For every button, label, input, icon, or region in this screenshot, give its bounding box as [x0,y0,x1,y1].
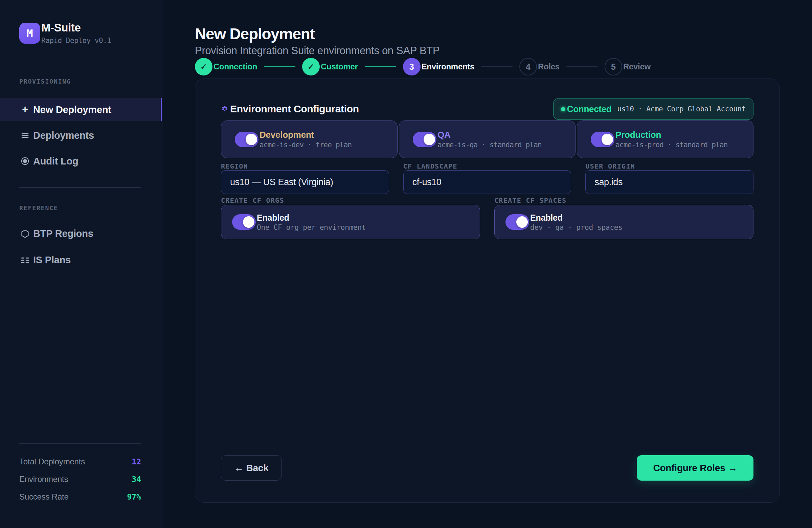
env-text: Development acme-is-dev · free plan [260,130,351,149]
environment-configuration-panel: Environment Configuration Connected us10… [195,79,780,503]
step-circle-number: 5 [605,58,622,75]
connection-status-badge: Connected us10 · Acme Corp Global Accoun… [553,98,753,120]
step-circle-number: 4 [519,58,537,75]
sidebar-item-label: IS Plans [33,255,71,266]
env-text: QA acme-is-qa · standard plan [437,130,542,149]
section-label-reference: REFERENCE [19,204,162,212]
env-text: Production acme-is-prod · standard plan [615,130,728,149]
field-label: REGION [221,162,389,169]
create-cf-spaces-toggle[interactable] [506,214,529,230]
step-label: Review [623,62,651,71]
field-label: USER ORIGIN [585,162,753,169]
option-create-cf-spaces: CREATE CF SPACES Enabled dev · qa · prod… [494,196,753,239]
toggle-knob [516,216,528,228]
toggle-knob [601,134,613,145]
main-content: New Deployment Provision Integration Sui… [162,0,812,528]
step-connector [566,66,598,67]
panel-title-group: Environment Configuration [221,103,359,115]
env-name: Development [260,130,351,140]
step-connection[interactable]: ✓ Connection [195,58,257,75]
wizard-stepper: ✓ Connection ✓ Customer 3 Environments 4… [195,58,780,75]
development-toggle[interactable] [235,132,259,147]
sidebar-item-label: Deployments [33,130,94,141]
create-cf-spaces-box: Enabled dev · qa · prod spaces [494,205,753,239]
stat-total-deployments: Total Deployments 12 [19,453,141,470]
option-create-cf-orgs: CREATE CF ORGS Enabled One CF org per en… [221,196,480,239]
toggle-knob [246,134,257,145]
option-text: Enabled One CF org per environment [257,213,366,231]
step-circle-number: 3 [403,58,421,75]
env-meta: acme-is-qa · standard plan [437,141,542,149]
user-origin-input[interactable]: sap.ids [585,170,753,194]
env-name: Production [615,130,728,140]
stat-value: 97% [127,493,141,501]
app-version: Rapid Deploy v0.1 [41,37,111,45]
step-connector [264,66,295,67]
option-title: Enabled [257,213,366,223]
sidebar-item-label: BTP Regions [33,228,93,239]
environment-toggle-grid: Development acme-is-dev · free plan QA a… [221,120,753,158]
panel-header: Environment Configuration Connected us10… [221,98,753,120]
sidebar: M M-Suite Rapid Deploy v0.1 PROVISIONING… [0,0,162,528]
option-label: CREATE CF ORGS [221,196,480,203]
sidebar-item-new-deployment[interactable]: + New Deployment [0,98,162,121]
option-title: Enabled [530,213,623,223]
stat-value: 34 [132,475,141,484]
env-card-development: Development acme-is-dev · free plan [221,120,397,158]
create-cf-orgs-box: Enabled One CF org per environment [221,205,480,239]
env-card-production: Production acme-is-prod · standard plan [577,120,753,158]
stat-label: Total Deployments [19,457,85,467]
field-user-origin: USER ORIGIN sap.ids [585,162,753,194]
connection-detail: us10 · Acme Corp Global Account [617,105,746,113]
stat-success-rate: Success Rate 97% [19,488,141,506]
region-input[interactable]: us10 — US East (Virginia) [221,170,389,194]
cf-landscape-input[interactable]: cf-us10 [403,170,571,194]
toggle-knob [243,216,255,228]
hexagon-icon [21,230,29,238]
step-circle-check: ✓ [302,58,320,75]
create-cf-orgs-toggle[interactable] [232,214,256,230]
stat-label: Environments [19,474,68,484]
sidebar-divider [19,187,141,188]
field-region: REGION us10 — US East (Virginia) [221,162,389,194]
field-label: CF LANDSCAPE [403,162,571,169]
step-circle-check: ✓ [195,58,213,75]
grid-rows-icon [21,256,29,264]
qa-toggle[interactable] [413,132,436,147]
sidebar-item-label: Audit Log [33,156,78,167]
env-card-qa: QA acme-is-qa · standard plan [399,120,576,158]
connection-status: Connected [567,104,612,114]
status-dot-icon [561,107,565,111]
back-button[interactable]: ← Back [221,455,282,481]
sidebar-stats: Total Deployments 12 Environments 34 Suc… [19,443,141,528]
gear-icon [221,105,228,113]
stat-label: Success Rate [19,492,69,502]
app-name: M-Suite [41,22,111,33]
configure-roles-button[interactable]: Configure Roles → [637,455,753,481]
step-label: Connection [214,62,257,71]
record-icon [21,157,29,165]
sidebar-item-btp-regions[interactable]: BTP Regions [0,223,162,245]
step-label: Customer [321,62,358,71]
step-review[interactable]: 5 Review [605,58,651,75]
step-customer[interactable]: ✓ Customer [302,58,358,75]
page-title: New Deployment [195,26,780,42]
sidebar-item-deployments[interactable]: Deployments [0,124,162,147]
brand: M M-Suite Rapid Deploy v0.1 [19,23,162,45]
step-environments[interactable]: 3 Environments [403,58,474,75]
sidebar-item-audit-log[interactable]: Audit Log [0,149,162,173]
stat-value: 12 [132,457,141,466]
sidebar-item-is-plans[interactable]: IS Plans [0,249,162,272]
env-meta: acme-is-dev · free plan [260,141,351,149]
env-meta: acme-is-prod · standard plan [615,141,728,149]
option-meta: dev · qa · prod spaces [530,223,623,231]
plus-icon: + [21,105,29,114]
brand-text: M-Suite Rapid Deploy v0.1 [41,23,111,45]
options-grid: CREATE CF ORGS Enabled One CF org per en… [221,196,753,239]
step-roles[interactable]: 4 Roles [519,58,560,75]
production-toggle[interactable] [591,132,614,147]
nav-provisioning: + New Deployment Deployments Audit Log [0,98,162,173]
page-subtitle: Provision Integration Suite environments… [195,45,780,57]
field-cf-landscape: CF LANDSCAPE cf-us10 [403,162,571,194]
sidebar-item-label: New Deployment [33,104,111,115]
